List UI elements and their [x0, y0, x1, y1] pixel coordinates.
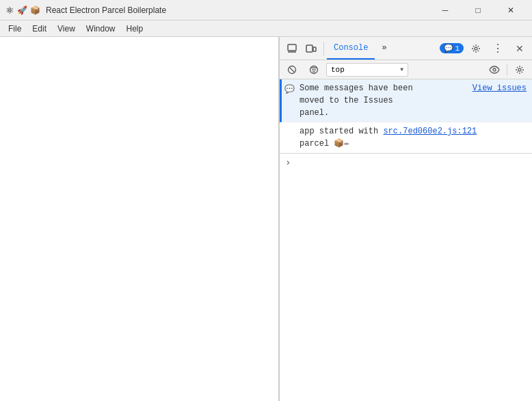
svg-rect-2 [306, 45, 312, 52]
console-message-info: 💬 Some messages have been moved to the I… [280, 79, 532, 122]
issues-count: 1 [455, 44, 460, 53]
source-link[interactable]: src.7ed060e2.js:121 [383, 127, 477, 136]
inspect-element-button[interactable] [282, 39, 302, 58]
log-text: app started with [300, 127, 383, 136]
info-message-text: Some messages have been moved to the Iss… [300, 82, 459, 119]
devtools-right-controls: 💬 1 ⋮ ✕ [440, 39, 529, 58]
device-toolbar-button[interactable] [302, 39, 321, 58]
menu-help[interactable]: Help [121, 21, 149, 36]
separator2 [507, 64, 507, 75]
filter-button[interactable] [304, 60, 323, 79]
menu-bar: File Edit View Window Help [0, 21, 532, 37]
title-bar: ⚛ 🚀 📦 React Electron Parcel Boilerplate … [0, 0, 532, 21]
app-panel [0, 37, 279, 401]
clear-console-button[interactable] [282, 60, 302, 79]
context-dropdown[interactable]: top ▼ [326, 63, 408, 77]
app-icon-area: ⚛ 🚀 📦 [5, 5, 40, 16]
menu-window[interactable]: Window [81, 21, 121, 36]
svg-point-11 [493, 68, 496, 71]
console-prompt-icon: › [285, 157, 291, 168]
devtools-toolbar2: top ▼ [280, 60, 532, 79]
console-input-row: › ​ [280, 153, 532, 170]
tab-more[interactable]: » [375, 37, 393, 60]
close-button[interactable]: ✕ [495, 0, 527, 21]
settings-button[interactable] [466, 39, 486, 58]
svg-rect-3 [313, 47, 316, 51]
menu-file[interactable]: File [3, 21, 27, 36]
log-text2: parcel 📦✏️ [300, 139, 349, 148]
tab-console[interactable]: Console [327, 37, 375, 60]
menu-view[interactable]: View [52, 21, 81, 36]
separator [323, 42, 324, 55]
minimize-button[interactable]: ─ [429, 0, 461, 21]
eye-button[interactable] [485, 60, 504, 79]
devtools-toolbar: Console » 💬 1 ⋮ ✕ [280, 37, 532, 60]
view-issues-link[interactable]: View issues [473, 82, 527, 94]
info-icon: 💬 [284, 83, 295, 96]
svg-point-4 [475, 47, 477, 50]
window-controls: ─ □ ✕ [429, 0, 527, 21]
menu-edit[interactable]: Edit [27, 21, 52, 36]
console-message-log: app started with src.7ed060e2.js:121 par… [280, 122, 532, 153]
main-content: Console » 💬 1 ⋮ ✕ [0, 37, 532, 401]
settings2-button[interactable] [510, 60, 529, 79]
chevron-down-icon: ▼ [400, 66, 403, 73]
maximize-button[interactable]: □ [462, 0, 494, 21]
console-content: 💬 Some messages have been moved to the I… [280, 79, 532, 401]
context-value: top [331, 66, 345, 74]
devtools-panel: Console » 💬 1 ⋮ ✕ [279, 37, 532, 401]
close-devtools-button[interactable]: ✕ [510, 39, 529, 58]
more-options-button[interactable]: ⋮ [488, 39, 507, 58]
svg-rect-0 [288, 44, 296, 51]
svg-point-12 [518, 68, 521, 71]
svg-line-6 [290, 67, 295, 72]
window-title: React Electron Parcel Boilerplate [46, 5, 429, 15]
issues-badge[interactable]: 💬 1 [440, 43, 464, 53]
